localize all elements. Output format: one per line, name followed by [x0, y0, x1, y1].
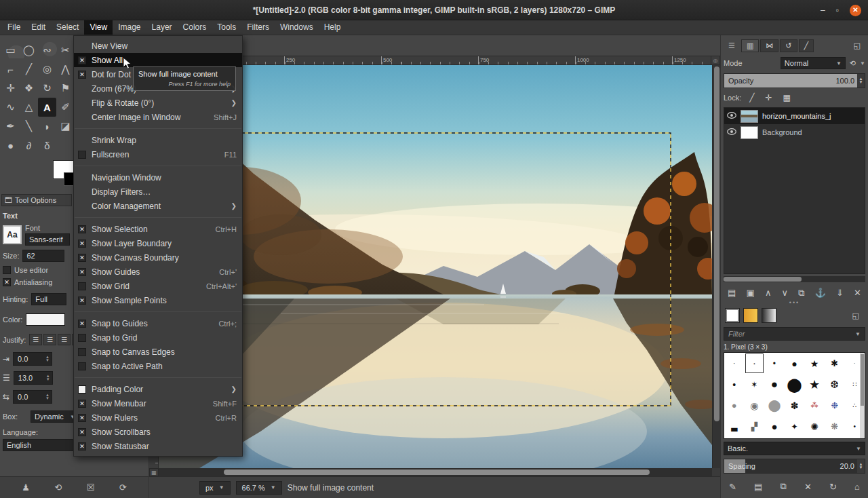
justify-center-button[interactable]: ☰	[58, 334, 71, 345]
brush-item[interactable]: ✶	[745, 374, 765, 395]
paths-tool[interactable]: ∿	[1, 98, 20, 117]
brush-item[interactable]: ❆	[825, 374, 845, 395]
brush-item[interactable]: ❋	[825, 416, 845, 437]
delete-tool-preset-button[interactable]: ☒	[87, 482, 95, 493]
brush-item[interactable]: ⬤	[785, 374, 805, 395]
menu-item-new-view[interactable]: New View	[74, 39, 242, 53]
gradient-tool[interactable]: ◪	[56, 117, 75, 136]
menu-item-show-scrollbars[interactable]: ✕Show Scrollbars	[74, 425, 242, 439]
brush-item[interactable]: ●	[724, 395, 745, 416]
brush-item[interactable]: ·	[724, 353, 745, 374]
layer-list-scrollbar[interactable]	[724, 276, 865, 282]
menu-item-snap-to-canvas-edges[interactable]: Snap to Canvas Edges	[74, 345, 242, 359]
brush-item[interactable]: ✽	[785, 395, 805, 416]
menu-item-center-image-in-window[interactable]: Center Image in WindowShift+J	[74, 110, 242, 124]
dodge-burn-tool[interactable]: ∂	[20, 136, 38, 155]
text-tool[interactable]: A	[38, 98, 56, 117]
brush-item[interactable]: ▞	[745, 416, 765, 437]
lower-layer-button[interactable]: ∨	[782, 288, 789, 298]
rectangle-select-tool[interactable]: ▭	[1, 41, 20, 60]
visibility-eye-icon[interactable]	[727, 128, 736, 136]
menu-item-show-menubar[interactable]: ✕Show MenubarShift+F	[74, 396, 242, 410]
minimize-button[interactable]: –	[821, 6, 825, 14]
tab-corner-icon[interactable]: ◱	[849, 40, 865, 52]
duplicate-layer-button[interactable]: ⧉	[798, 288, 804, 299]
vertical-scrollbar[interactable]	[712, 65, 720, 468]
layer-row[interactable]: horizon_mountains_j	[724, 108, 865, 124]
font-combo[interactable]: Sans-serif	[25, 233, 70, 246]
delete-brush-button[interactable]: ✕	[804, 482, 812, 492]
open-brush-as-image-button[interactable]: ⌂	[854, 482, 860, 492]
indent-spinner[interactable]: 0.0 ▲▼	[13, 352, 52, 366]
pencil-tool[interactable]: ╱	[20, 60, 38, 79]
menubar-windows[interactable]: Windows	[275, 20, 319, 35]
spinner-arrows-icon[interactable]: ▲▼	[44, 375, 52, 381]
menubar-filters[interactable]: Filters	[241, 20, 275, 35]
brush-item[interactable]: ✱	[825, 353, 845, 374]
crop-tool[interactable]: ⌐	[1, 60, 20, 79]
blur-tool[interactable]: ●	[1, 136, 20, 155]
spinner-arrows-icon[interactable]: ▲▼	[43, 356, 52, 362]
free-select-tool[interactable]: ∾	[38, 41, 56, 60]
menu-item-navigation-window[interactable]: Navigation Window	[74, 170, 242, 185]
menu-item-show-canvas-boundary[interactable]: ✕Show Canvas Boundary	[74, 250, 242, 265]
brush-item[interactable]: ⁂	[804, 395, 825, 416]
menubar-tools[interactable]: Tools	[212, 20, 241, 35]
zoom-combo[interactable]: 66.7 % ▼	[236, 481, 282, 495]
text-style-button[interactable]: Aa	[3, 225, 22, 244]
brush-item[interactable]: ▃	[724, 416, 745, 437]
rotate-tool[interactable]: ↻	[38, 79, 56, 98]
menu-item-snap-to-guides[interactable]: ✕Snap to GuidesCtrl+;	[74, 316, 242, 330]
duplicate-brush-button[interactable]: ⧉	[781, 481, 787, 492]
spinner-arrows-icon[interactable]: ▲▼	[857, 459, 865, 473]
history-tab-icon[interactable]: ↺	[780, 39, 797, 52]
menu-item-flip-rotate-0[interactable]: Flip & Rotate (0°)❯	[74, 96, 242, 110]
restore-tool-preset-button[interactable]: ⟲	[54, 482, 62, 493]
layer-row[interactable]: Background	[724, 124, 865, 140]
brush-item[interactable]: ●	[764, 416, 785, 437]
zoom-tool[interactable]: ◎	[38, 60, 56, 79]
new-brush-button[interactable]: ▤	[754, 482, 762, 492]
brush-tab-corner-icon[interactable]: ◱	[848, 310, 864, 322]
menu-item-show-grid[interactable]: Show GridCtrl+Alt+'	[74, 279, 242, 293]
menu-item-show-guides[interactable]: ✕Show GuidesCtrl+'	[74, 265, 242, 279]
brush-item[interactable]: •	[764, 353, 785, 374]
zoom-follow-toggle[interactable]: ◎	[711, 56, 720, 65]
brush-item[interactable]: •	[724, 374, 745, 395]
active-gradient-swatch[interactable]	[762, 308, 776, 323]
edit-brush-button[interactable]: ✎	[729, 482, 736, 492]
smudge-tool[interactable]: ◗	[38, 117, 56, 136]
eraser-tool[interactable]: ╲	[20, 117, 38, 136]
hinting-combo[interactable]: Full	[31, 293, 66, 305]
align-tool[interactable]: ❖	[20, 79, 38, 98]
reset-tool-options-button[interactable]: ⟳	[119, 482, 127, 493]
brush-item[interactable]: ⬤	[764, 395, 785, 416]
brush-item[interactable]: ★	[804, 353, 825, 374]
refresh-brushes-button[interactable]: ↻	[829, 482, 837, 492]
horizontal-scrollbar[interactable]	[159, 468, 712, 476]
brush-item[interactable]: ●	[764, 374, 785, 395]
menubar-image[interactable]: Image	[113, 20, 146, 35]
cage-transform-tool[interactable]: △	[20, 98, 38, 117]
dock-grip[interactable]: •••	[724, 301, 865, 307]
menu-item-padding-color[interactable]: Padding Color❯	[74, 382, 242, 396]
tool-options-tab[interactable]: 🗔 Tool Options	[1, 194, 72, 206]
mode-reset-icon[interactable]: ⟲	[850, 59, 856, 68]
menu-item-show-all[interactable]: ✕Show All	[74, 53, 242, 67]
new-group-button[interactable]: ▣	[746, 288, 754, 298]
brush-grid-scrollbar[interactable]	[860, 353, 865, 438]
visibility-eye-icon[interactable]	[727, 112, 736, 120]
menu-item-show-selection[interactable]: ✕Show SelectionCtrl+H	[74, 222, 242, 236]
ellipse-select-tool[interactable]: ◯	[20, 41, 38, 60]
mode-combo[interactable]: Normal ▼	[781, 57, 846, 69]
menu-item-show-rulers[interactable]: ✕Show RulersCtrl+R	[74, 410, 242, 425]
layers-tab-icon[interactable]: ▥	[741, 39, 759, 52]
ink-tool[interactable]: ✒	[1, 117, 20, 136]
flip-tool[interactable]: ⚑	[56, 79, 75, 98]
box-combo[interactable]: Dynamic ▼	[31, 410, 79, 423]
save-tool-preset-button[interactable]: ♟	[22, 482, 30, 493]
lock-alpha-toggle[interactable]: ▦	[783, 93, 791, 102]
close-button[interactable]: ✕	[850, 5, 861, 16]
move-tool[interactable]: ✛	[1, 79, 20, 98]
menubar-view[interactable]: View	[84, 20, 113, 35]
